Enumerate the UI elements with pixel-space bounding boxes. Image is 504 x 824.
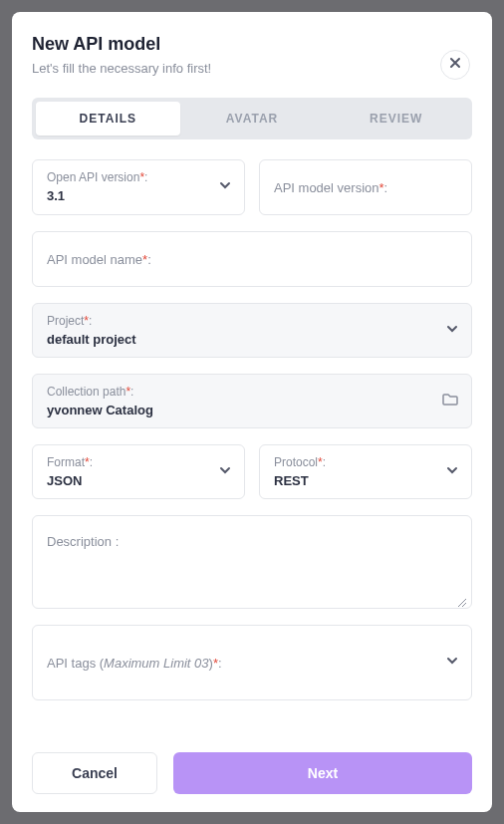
collection-path-field[interactable]: Collection path*: yvonnew Catalog	[32, 374, 472, 428]
close-button[interactable]	[440, 50, 470, 80]
modal-subtitle: Let's fill the necessary info first!	[32, 61, 472, 76]
api-model-name-input[interactable]: API model name*:	[32, 231, 472, 287]
chevron-down-icon	[445, 322, 459, 340]
open-api-version-select[interactable]: Open API version*: 3.1	[32, 159, 245, 215]
field-label: API model version*:	[274, 180, 387, 195]
tab-review[interactable]: REVIEW	[324, 102, 468, 136]
field-label: Open API version*:	[47, 170, 230, 184]
description-textarea[interactable]: Description :	[32, 515, 472, 609]
field-label: Collection path*:	[47, 385, 457, 399]
chevron-down-icon	[218, 178, 232, 196]
close-icon	[448, 56, 462, 74]
chevron-down-icon	[445, 654, 459, 672]
chevron-down-icon	[445, 463, 459, 481]
field-label: Protocol*:	[274, 455, 457, 469]
field-label: Project*:	[47, 314, 457, 328]
folder-icon	[441, 391, 459, 412]
chevron-down-icon	[218, 463, 232, 481]
project-select[interactable]: Project*: default project	[32, 303, 472, 358]
field-value: default project	[47, 332, 457, 347]
field-label: API tags (Maximum Limit 03)*:	[47, 656, 222, 671]
field-label: Description :	[47, 534, 457, 549]
field-label: Format*:	[47, 455, 230, 469]
modal-footer: Cancel Next	[32, 752, 472, 794]
next-button[interactable]: Next	[173, 752, 472, 794]
step-tabs: DETAILS AVATAR REVIEW	[32, 98, 472, 139]
field-label: API model name*:	[47, 252, 151, 267]
api-model-version-input[interactable]: API model version*:	[259, 159, 472, 215]
field-value: REST	[274, 473, 457, 488]
new-api-model-modal: New API model Let's fill the necessary i…	[12, 12, 492, 812]
tab-avatar[interactable]: AVATAR	[180, 102, 325, 136]
cancel-button[interactable]: Cancel	[32, 752, 157, 794]
field-value: JSON	[47, 473, 230, 488]
tab-details[interactable]: DETAILS	[36, 102, 180, 136]
field-value: yvonnew Catalog	[47, 403, 457, 417]
modal-title: New API model	[32, 34, 472, 55]
form: Open API version*: 3.1 API model version…	[32, 159, 472, 700]
api-tags-select[interactable]: API tags (Maximum Limit 03)*:	[32, 625, 472, 700]
resize-handle-icon[interactable]	[457, 594, 467, 604]
field-value: 3.1	[47, 188, 230, 203]
format-select[interactable]: Format*: JSON	[32, 444, 245, 499]
protocol-select[interactable]: Protocol*: REST	[259, 444, 472, 499]
